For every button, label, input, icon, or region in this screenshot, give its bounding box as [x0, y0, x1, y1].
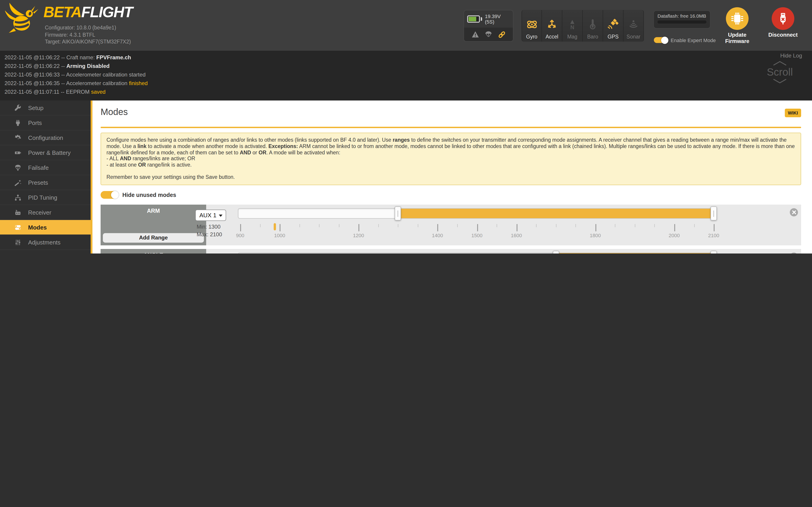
- ruler-tick: [615, 224, 616, 227]
- expert-mode-control: Enable Expert Mode: [654, 37, 716, 43]
- expert-mode-label: Enable Expert Mode: [671, 37, 716, 43]
- modes-list: ARMAdd RangeAUX 1Min: 1300Max: 210090010…: [101, 205, 801, 253]
- page-title: Modes: [101, 107, 128, 117]
- rx-value-marker: [274, 223, 276, 230]
- ruler-tick: [516, 224, 517, 231]
- sensor-tile-baro: Baro: [583, 10, 603, 42]
- disconnect-button[interactable]: Disconnect: [760, 7, 806, 38]
- range-max-handle[interactable]: [711, 251, 717, 253]
- range-max-label: Max: 2100: [197, 231, 222, 238]
- mode-head: ARMAdd Range: [101, 205, 206, 245]
- hide-unused-modes-label: Hide unused modes: [122, 192, 176, 198]
- modes-page: Modes WIKI Configure modes here using a …: [92, 101, 812, 253]
- log-line: 2022-11-05 @11:06:35 -- Accelerometer ca…: [5, 79, 148, 88]
- chevron-up-icon[interactable]: [772, 61, 788, 66]
- ruler-label: 1600: [511, 233, 522, 238]
- ruler-tick: [260, 224, 260, 227]
- failsafe-icon: [484, 30, 492, 39]
- ruler-label: 1500: [471, 233, 483, 238]
- dataflash-box: Dataflash: free 16.0MB: [653, 10, 711, 29]
- scroll-label: Scroll: [760, 66, 799, 78]
- ruler-tick: [575, 224, 576, 227]
- ruler-tick: [339, 224, 339, 227]
- add-range-button[interactable]: Add Range: [103, 233, 204, 243]
- hide-log-link[interactable]: Hide Log: [780, 53, 802, 59]
- ruler-label: 1000: [274, 233, 285, 238]
- magic-wand-icon: [14, 179, 21, 186]
- log-panel: 2022-11-05 @11:06:22 -- Craft name: FPVF…: [0, 51, 812, 101]
- mag-icon: N: [566, 18, 578, 30]
- ruler-tick: [694, 224, 695, 227]
- sidebar-item-adjustments[interactable]: Adjustments: [0, 235, 91, 250]
- update-firmware-button[interactable]: Update Firmware: [714, 7, 761, 44]
- mode-name: ANGLE: [101, 252, 206, 253]
- battery-status-box: 19.39V (5S): [464, 10, 513, 42]
- sidebar-item-setup[interactable]: Setup: [0, 101, 91, 115]
- sidebar-item-receiver[interactable]: Receiver: [0, 205, 91, 220]
- delete-range-button[interactable]: [790, 208, 798, 216]
- ruler-tick: [556, 224, 556, 227]
- hide-unused-modes-toggle[interactable]: [101, 191, 118, 199]
- chevron-down-icon[interactable]: [772, 78, 788, 84]
- log-line: 2022-11-05 @11:06:33 -- Accelerometer ca…: [5, 71, 148, 79]
- ruler-label: 1800: [590, 233, 601, 238]
- expert-mode-toggle[interactable]: [654, 37, 667, 43]
- log-line: 2022-11-05 @11:07:11 -- EEPROM saved: [5, 88, 148, 97]
- ruler-tick: [457, 224, 458, 227]
- app-logo: BETAFLIGHT: [44, 4, 133, 21]
- gyro-icon: [526, 18, 538, 30]
- version-info: Configurator: 10.8.0 (be4a9e1) Firmware:…: [45, 24, 131, 46]
- ruler-tick: [418, 224, 418, 227]
- sensor-tile-accel: Accel: [542, 10, 562, 42]
- ruler-tick: [477, 224, 478, 231]
- warning-icon: [471, 30, 479, 39]
- sidebar-item-modes[interactable]: Modes: [0, 220, 91, 235]
- ruler-label: 1200: [353, 233, 364, 238]
- gear-icon: [14, 134, 21, 141]
- battery-voltage: 19.39V (5S): [485, 13, 510, 24]
- usb-disconnect-icon: [777, 12, 789, 25]
- ruler-tick: [714, 224, 715, 231]
- log-line: 2022-11-05 @11:06:22 -- Craft name: FPVF…: [5, 53, 148, 62]
- log-scroll-control[interactable]: Scroll: [760, 61, 799, 84]
- aux-channel-select[interactable]: AUX 1: [195, 210, 226, 221]
- sidebar-item-pid-tuning[interactable]: PID Tuning: [0, 190, 91, 205]
- battery-icon: [467, 15, 480, 23]
- range-min-handle[interactable]: [553, 251, 559, 253]
- log-lines: 2022-11-05 @11:06:22 -- Craft name: FPVF…: [5, 53, 148, 97]
- content-accent-border: [91, 101, 92, 253]
- ruler-tick: [359, 224, 360, 231]
- chip-icon: [730, 12, 744, 25]
- gps-icon: [607, 18, 619, 30]
- range-max-handle[interactable]: [711, 207, 717, 220]
- ruler-tick: [280, 224, 281, 231]
- sidebar-item-servos[interactable]: Servos: [0, 250, 91, 253]
- sidebar-item-power-battery[interactable]: Power & Battery: [0, 145, 91, 160]
- modes-help-note: Configure modes here using a combination…: [101, 133, 801, 185]
- ruler-tick: [319, 224, 319, 227]
- ruler-tick: [398, 224, 399, 227]
- ruler-tick: [240, 224, 241, 231]
- svg-text:N: N: [570, 24, 574, 30]
- sensor-tile-gps: GPS: [603, 10, 623, 42]
- wrench-icon: [14, 104, 21, 111]
- wiki-button[interactable]: WIKI: [785, 109, 801, 117]
- mode-row-angle: ANGLEAdd LinkAdd RangeAUX 4Min: 1700Max:…: [101, 249, 801, 253]
- sidebar-item-ports[interactable]: Ports: [0, 115, 91, 130]
- sidebar-item-presets[interactable]: Presets: [0, 175, 91, 190]
- app-header: BETAFLIGHT Configurator: 10.8.0 (be4a9e1…: [0, 0, 812, 51]
- ruler-tick: [378, 224, 379, 227]
- accel-icon: [546, 18, 558, 30]
- sidebar-item-failsafe[interactable]: Failsafe: [0, 160, 91, 175]
- link-icon: [497, 30, 506, 39]
- sidebar-item-configuration[interactable]: Configuration: [0, 130, 91, 145]
- receiver-icon: [14, 209, 21, 216]
- range-min-handle[interactable]: [395, 207, 401, 220]
- ruler-tick: [438, 224, 439, 231]
- toggles-icon: [14, 224, 21, 231]
- sidebar-nav: SetupPortsConfigurationPower & BatteryFa…: [0, 101, 91, 253]
- sonar-icon: [627, 18, 639, 30]
- ruler-label: 1400: [432, 233, 443, 238]
- betaflight-configurator: BETAFLIGHT Configurator: 10.8.0 (be4a9e1…: [0, 0, 812, 253]
- range-min-label: Min: 1300: [197, 224, 220, 230]
